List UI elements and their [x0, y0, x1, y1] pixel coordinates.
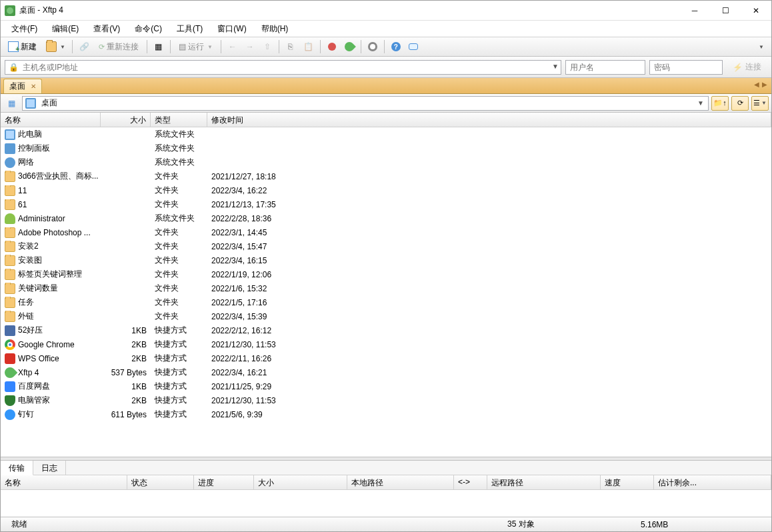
file-row[interactable]: 安装2文件夹2022/3/4, 15:47: [1, 239, 771, 253]
menu-file[interactable]: 文件(F): [5, 22, 44, 36]
col-name[interactable]: 名称: [1, 113, 101, 127]
file-row[interactable]: 关键词数量文件夹2022/1/6, 15:32: [1, 281, 771, 295]
properties-button[interactable]: ▦: [151, 39, 167, 55]
reconnect-button[interactable]: ⟳重新连接: [94, 39, 143, 55]
link-button[interactable]: 🔗: [76, 39, 93, 55]
file-icon: [3, 367, 18, 378]
tab-next-icon[interactable]: ▶: [762, 81, 767, 88]
leaf-button[interactable]: [341, 39, 357, 55]
toolbar-overflow[interactable]: ▼: [753, 39, 769, 55]
tcol-name[interactable]: 名称: [1, 475, 127, 489]
status-size: 5.16MB: [634, 520, 767, 529]
username-input[interactable]: [565, 60, 645, 75]
file-row[interactable]: 网络系统文件夹: [1, 155, 771, 169]
file-row[interactable]: 11文件夹2022/3/4, 16:22: [1, 183, 771, 197]
file-type: 文件夹: [151, 269, 207, 280]
file-row[interactable]: 任务文件夹2022/1/5, 17:16: [1, 295, 771, 309]
file-row[interactable]: Adobe Photoshop ...文件夹2022/3/1, 14:45: [1, 225, 771, 239]
refresh-button[interactable]: ⟳: [731, 96, 749, 111]
open-icon: [46, 41, 57, 52]
folder-up-icon: ⇧: [264, 42, 271, 51]
menu-help[interactable]: 帮助(H): [255, 22, 295, 36]
view-mode-button[interactable]: ▦: [3, 95, 19, 111]
paste-button[interactable]: 📋: [300, 39, 317, 55]
settings-button[interactable]: [365, 39, 381, 55]
app-icon: [5, 5, 15, 16]
file-row[interactable]: Administrator系统文件夹2022/2/28, 18:36: [1, 211, 771, 225]
file-type: 系统文件夹: [151, 129, 207, 140]
file-list[interactable]: 此电脑系统文件夹控制面板系统文件夹网络系统文件夹3d66营业执照、商标...文件…: [1, 127, 771, 457]
help-button[interactable]: ?: [388, 39, 404, 55]
forward-button[interactable]: →: [242, 39, 258, 55]
chevron-down-icon[interactable]: ▼: [693, 99, 708, 107]
stop-button[interactable]: [324, 39, 340, 55]
file-name: 此电脑: [18, 129, 42, 140]
chevron-down-icon[interactable]: ▼: [552, 63, 559, 70]
copy-button[interactable]: ⎘: [283, 39, 299, 55]
file-type: 文件夹: [151, 255, 207, 266]
tab-transfer[interactable]: 传输: [1, 461, 33, 475]
file-row[interactable]: 52好压1KB快捷方式2022/2/12, 16:12: [1, 323, 771, 337]
file-modified: 2022/3/4, 15:47: [207, 242, 771, 251]
file-icon: [5, 283, 15, 294]
path-combo[interactable]: ▼: [22, 96, 709, 111]
col-modified[interactable]: 修改时间: [207, 113, 771, 127]
menu-window[interactable]: 窗口(W): [211, 22, 253, 36]
tab-close-icon[interactable]: ✕: [31, 83, 36, 90]
tcol-remote[interactable]: 远程路径: [487, 475, 601, 489]
file-row[interactable]: 安装图文件夹2022/3/4, 16:15: [1, 253, 771, 267]
path-input[interactable]: [39, 97, 693, 110]
chat-button[interactable]: [405, 39, 421, 55]
file-row[interactable]: 百度网盘1KB快捷方式2021/11/25, 9:29: [1, 379, 771, 393]
file-name: 控制面板: [18, 143, 50, 154]
file-row[interactable]: 钉钉611 Bytes快捷方式2021/5/6, 9:39: [1, 407, 771, 421]
host-input[interactable]: [5, 60, 561, 75]
arrow-right-icon: →: [246, 42, 254, 51]
tcol-progress[interactable]: 进度: [194, 475, 254, 489]
file-icon: [5, 143, 15, 154]
file-row[interactable]: 61文件夹2021/12/13, 17:35: [1, 197, 771, 211]
chevron-down-icon: ▼: [759, 44, 764, 50]
connect-button[interactable]: ⚡连接: [727, 60, 767, 75]
up-folder-button[interactable]: 📁↑: [711, 96, 729, 111]
tab-prev-icon[interactable]: ◀: [754, 81, 759, 88]
maximize-button[interactable]: ☐: [710, 1, 741, 21]
close-button[interactable]: ✕: [741, 1, 771, 21]
file-row[interactable]: Xftp 4537 Bytes快捷方式2022/3/4, 16:21: [1, 365, 771, 379]
tcol-size[interactable]: 大小: [254, 475, 347, 489]
up-button[interactable]: ⇧: [259, 39, 275, 55]
file-modified: 2022/3/4, 16:15: [207, 256, 771, 265]
session-tab[interactable]: 桌面 ✕: [3, 79, 42, 93]
menu-edit[interactable]: 编辑(E): [45, 22, 85, 36]
back-button[interactable]: ←: [225, 39, 241, 55]
tcol-direction[interactable]: <->: [454, 475, 487, 489]
tab-log[interactable]: 日志: [33, 461, 66, 475]
run-button[interactable]: ▤运行▼: [174, 39, 217, 55]
tcol-status[interactable]: 状态: [127, 475, 194, 489]
col-type[interactable]: 类型: [151, 113, 207, 127]
menu-command[interactable]: 命令(C): [128, 22, 169, 36]
tcol-eta[interactable]: 估计剩余...: [654, 475, 771, 489]
menu-tool[interactable]: 工具(T): [170, 22, 209, 36]
list-view-button[interactable]: ☰▼: [751, 96, 769, 111]
file-row[interactable]: 3d66营业执照、商标...文件夹2021/12/27, 18:18: [1, 169, 771, 183]
connect-icon: ⚡: [733, 63, 743, 72]
folder-up-icon: 📁↑: [713, 99, 727, 107]
file-row[interactable]: Google Chrome2KB快捷方式2021/12/30, 11:53: [1, 337, 771, 351]
open-button[interactable]: ▼: [43, 39, 69, 55]
new-session-button[interactable]: 新建: [3, 39, 41, 55]
file-row[interactable]: WPS Office2KB快捷方式2022/2/11, 16:26: [1, 351, 771, 365]
file-row[interactable]: 外链文件夹2022/3/4, 15:39: [1, 309, 771, 323]
password-input[interactable]: [649, 60, 723, 75]
tcol-speed[interactable]: 速度: [601, 475, 654, 489]
file-row[interactable]: 此电脑系统文件夹: [1, 127, 771, 141]
tcol-local[interactable]: 本地路径: [347, 475, 454, 489]
minimize-button[interactable]: ─: [679, 1, 710, 21]
col-size[interactable]: 大小: [101, 113, 151, 127]
file-row[interactable]: 标签页关键词整理文件夹2022/1/19, 12:06: [1, 267, 771, 281]
file-size: 2KB: [101, 354, 151, 363]
menu-view[interactable]: 查看(V): [87, 22, 127, 36]
file-name: 任务: [18, 297, 34, 308]
file-row[interactable]: 电脑管家2KB快捷方式2021/12/30, 11:53: [1, 393, 771, 407]
file-row[interactable]: 控制面板系统文件夹: [1, 141, 771, 155]
